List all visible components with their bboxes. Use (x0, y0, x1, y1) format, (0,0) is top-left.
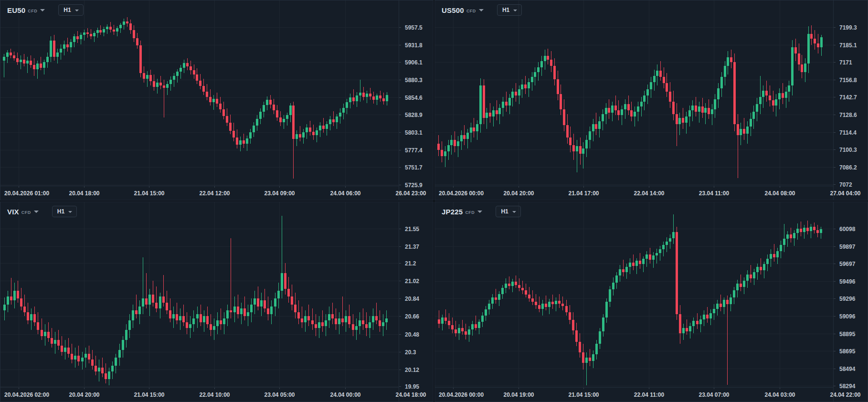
time-axis-label[interactable]: 20.04.2026 00:00 (439, 190, 484, 197)
price-axis-label[interactable]: 21.02 (405, 278, 419, 285)
price-axis-label[interactable]: 60098 (839, 226, 856, 233)
price-axis-label[interactable]: 7100.3 (839, 147, 857, 153)
price-axis-label[interactable]: 20.3 (405, 349, 416, 356)
candle-down (572, 134, 575, 159)
time-axis-label[interactable]: 24.04 03:00 (764, 391, 795, 398)
price-axis-label[interactable]: 20.66 (405, 313, 419, 320)
timeframe-selector[interactable]: H1 (497, 4, 522, 16)
price-axis-label[interactable]: 7114.4 (839, 129, 857, 136)
price-axis-label[interactable]: 58695 (839, 348, 856, 355)
price-axis-label[interactable]: 5957.5 (405, 24, 423, 31)
price-axis-label[interactable]: 7086.2 (839, 164, 857, 171)
price-axis-label[interactable]: 5777.4 (405, 147, 423, 154)
price-axis-label[interactable]: 21.55 (405, 226, 419, 233)
candle-up (103, 27, 105, 36)
price-axis-label[interactable]: 7128.6 (839, 112, 857, 118)
price-axis-label[interactable]: 7185.1 (839, 42, 857, 49)
time-axis-label[interactable]: 20.04.2026 01:00 (4, 190, 49, 197)
price-chart-eu50[interactable]: 5957.55931.85906.15880.35854.65828.95803… (0, 0, 433, 200)
time-axis-label[interactable]: 20.04 18:00 (69, 190, 99, 197)
candle-down (379, 91, 381, 102)
candle-up (619, 265, 621, 282)
price-axis-label[interactable]: 7156.8 (839, 77, 857, 84)
candle-down (51, 328, 53, 348)
candle-up (328, 307, 330, 328)
time-axis-label[interactable]: 22.04 11:00 (634, 391, 665, 398)
price-axis-label[interactable]: 58294 (839, 383, 856, 390)
price-chart-us500[interactable]: 7199.37185.171717156.87142.77128.67114.4… (435, 0, 868, 200)
time-axis-label[interactable]: 23.04 07:00 (699, 391, 729, 398)
price-axis-label[interactable]: 19.95 (405, 383, 419, 390)
time-axis-label[interactable]: 21.04 15:00 (134, 391, 164, 398)
price-axis-label[interactable]: 59296 (839, 296, 856, 302)
price-chart-vix[interactable]: 21.5521.3721.221.0220.8420.6620.4820.320… (0, 202, 433, 402)
price-axis-label[interactable]: 5931.8 (405, 42, 423, 49)
candle-down (95, 356, 97, 375)
price-axis-label[interactable]: 20.12 (405, 367, 419, 373)
time-axis-label[interactable]: 22.04 14:00 (634, 190, 664, 197)
price-axis-label[interactable]: 5854.6 (405, 95, 423, 101)
time-axis-label[interactable]: 24.04 06:00 (330, 190, 360, 197)
price-axis-label[interactable]: 21.2 (405, 260, 416, 267)
price-axis-label[interactable]: 58494 (839, 366, 856, 372)
timeframe-selector[interactable]: H1 (52, 206, 77, 217)
time-axis-label[interactable]: 22.04 10:00 (199, 391, 230, 398)
time-axis-label[interactable]: 20.04 19:00 (503, 391, 534, 398)
candle-up (159, 293, 161, 318)
time-axis-label[interactable]: 26.04 23:00 (395, 190, 426, 197)
time-axis-label[interactable]: 22.04 12:00 (199, 190, 230, 197)
price-axis-label[interactable]: 5725.9 (405, 182, 423, 189)
candle-down (23, 295, 26, 316)
time-axis-label[interactable]: 20.04.2026 02:00 (4, 391, 49, 398)
price-axis-label[interactable]: 7171 (839, 59, 852, 66)
price-axis-label[interactable]: 59096 (839, 313, 856, 320)
time-axis-label[interactable]: 24.04 00:00 (330, 391, 360, 398)
time-axis-label[interactable]: 24.04 08:00 (764, 190, 795, 197)
price-axis-label[interactable]: 7072 (839, 181, 852, 188)
price-axis-label[interactable]: 20.84 (405, 296, 419, 302)
price-axis-label[interactable]: 5751.7 (405, 164, 423, 171)
timeframe-selector[interactable]: H1 (58, 4, 83, 16)
candle-down (695, 97, 697, 116)
price-axis-label[interactable]: 21.37 (405, 243, 419, 250)
symbol-selector[interactable]: US500 CFD (442, 6, 484, 14)
price-axis-label[interactable]: 58895 (839, 331, 856, 338)
candle-down (551, 295, 554, 308)
time-axis-label[interactable]: 27.04 04:00 (830, 190, 860, 197)
time-axis-label[interactable]: 20.04 20:00 (503, 190, 534, 197)
price-axis-label[interactable]: 5803.1 (405, 129, 423, 136)
time-axis-label[interactable]: 20.04.2026 00:00 (439, 391, 484, 398)
price-axis-label[interactable]: 7199.3 (839, 24, 857, 31)
price-axis-label[interactable]: 5880.3 (405, 77, 423, 84)
price-axis-label[interactable]: 5828.9 (405, 112, 423, 118)
time-axis-label[interactable]: 23.04 09:00 (264, 190, 295, 197)
candle-down (23, 54, 25, 66)
price-axis-label[interactable]: 59897 (839, 243, 856, 250)
candle-up (183, 60, 185, 73)
price-axis-label[interactable]: 59496 (839, 278, 856, 285)
timeframe-selector[interactable]: H1 (496, 206, 520, 217)
price-chart-jp225[interactable]: 6009859897596975949659296590965889558695… (435, 202, 868, 402)
time-axis-label[interactable]: 21.04 15:00 (134, 190, 164, 197)
time-axis-label[interactable]: 23.04 11:00 (699, 190, 730, 197)
price-axis-label[interactable]: 5906.1 (405, 59, 423, 66)
candle-down (133, 25, 135, 42)
price-axis-label[interactable]: 59697 (839, 261, 856, 267)
candle-up (342, 104, 345, 119)
candle-up (63, 41, 65, 55)
symbol-selector[interactable]: EU50 CFD (7, 6, 45, 14)
time-axis-label[interactable]: 20.04 20:00 (69, 391, 99, 398)
price-axis-label[interactable]: 20.48 (405, 331, 419, 338)
chevron-down-icon (40, 9, 45, 11)
time-axis-label[interactable]: 24.04 22:00 (830, 391, 860, 398)
candle-up (216, 312, 219, 334)
price-axis-label[interactable]: 7142.7 (839, 94, 857, 101)
time-axis-label[interactable]: 23.04 05:00 (264, 391, 295, 398)
time-axis-label[interactable]: 21.04 15:00 (568, 391, 599, 398)
symbol-selector[interactable]: VIX CFD (7, 208, 39, 216)
time-axis-label[interactable]: 21.04 17:00 (568, 190, 599, 197)
symbol-selector[interactable]: JP225 CFD (442, 208, 482, 216)
time-axis-label[interactable]: 24.04 18:00 (395, 391, 426, 398)
candle-down (800, 222, 802, 236)
candle-up (656, 249, 658, 264)
